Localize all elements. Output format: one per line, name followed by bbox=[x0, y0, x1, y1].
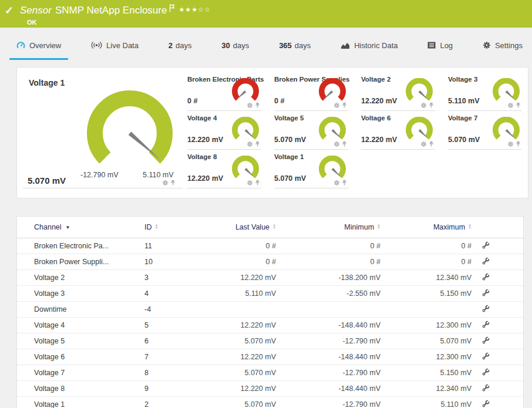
pin-icon[interactable] bbox=[255, 102, 260, 109]
cell-channel: Voltage 1 bbox=[17, 396, 144, 408]
pin-icon[interactable] bbox=[342, 180, 347, 186]
mini-gauge-cell: Broken Power Supplies0 # bbox=[274, 72, 348, 111]
table-row: Voltage 565.070 mV-12.790 mV5.070 mV bbox=[17, 333, 523, 349]
status-check-icon: ✓ bbox=[5, 5, 20, 16]
pin-icon[interactable] bbox=[255, 180, 260, 186]
tab-settings[interactable]: Settings bbox=[476, 28, 530, 63]
tab-30-days[interactable]: 30days bbox=[214, 28, 256, 63]
cell-last-value: 12.220 mV bbox=[201, 349, 276, 365]
gear-icon[interactable] bbox=[420, 141, 427, 147]
column-header-last[interactable]: Last Value▲▼ bbox=[201, 217, 276, 238]
channel-table-card: Channel▼ID▲▼Last Value▲▼Minimum▲▼Maximum… bbox=[16, 216, 524, 408]
mini-gauge-value: 12.220 mV bbox=[187, 174, 223, 183]
tab-365-days[interactable]: 365days bbox=[272, 28, 318, 63]
pin-icon[interactable] bbox=[342, 102, 347, 109]
channel-settings-wrench-icon[interactable] bbox=[482, 257, 490, 265]
table-row: Voltage 2312.220 mV-138.200 mV12.340 mV bbox=[17, 269, 523, 285]
cell-last-value bbox=[201, 301, 276, 317]
sensor-header: ✓ Sensor SNMP NetApp Enclosure ★★★☆☆ OK bbox=[0, 0, 532, 28]
flag-icon[interactable] bbox=[169, 4, 175, 15]
cell-channel: Voltage 7 bbox=[17, 365, 144, 380]
cell-minimum: -148.440 mV bbox=[276, 349, 381, 365]
mini-gauge-cell: Voltage 75.070 mV bbox=[448, 111, 522, 150]
column-label: Channel bbox=[34, 223, 62, 231]
cell-maximum bbox=[381, 301, 472, 317]
mini-gauge-actions bbox=[420, 141, 434, 147]
tab-2-days[interactable]: 2days bbox=[161, 28, 199, 63]
cell-maximum: 12.340 mV bbox=[381, 380, 472, 396]
channel-settings-wrench-icon[interactable] bbox=[482, 368, 490, 376]
gear-icon[interactable] bbox=[247, 102, 253, 109]
tab-range-number: 30 bbox=[221, 41, 230, 50]
prtg-sensor-page: ✓ Sensor SNMP NetApp Enclosure ★★★☆☆ OK … bbox=[0, 0, 532, 408]
channel-settings-wrench-icon[interactable] bbox=[482, 321, 490, 328]
cell-last-value: 5.070 mV bbox=[201, 396, 276, 408]
channel-settings-wrench-icon[interactable] bbox=[482, 273, 490, 281]
chart-icon bbox=[341, 42, 350, 49]
cell-channel: Voltage 6 bbox=[17, 349, 144, 365]
channel-settings-wrench-icon[interactable] bbox=[482, 400, 490, 407]
gauge-icon bbox=[16, 41, 25, 50]
column-header-channel[interactable]: Channel▼ bbox=[17, 217, 144, 238]
pin-icon[interactable] bbox=[516, 141, 521, 147]
mini-gauge-label: Voltage 1 bbox=[274, 153, 304, 160]
channel-settings-wrench-icon[interactable] bbox=[482, 384, 490, 392]
mini-gauge-cell: Voltage 15.070 mV bbox=[274, 150, 348, 188]
mini-gauge-cell: Voltage 412.220 mV bbox=[187, 111, 261, 150]
primary-gauge-max-label: 5.110 mV bbox=[143, 171, 174, 179]
mini-gauge-value: 12.220 mV bbox=[361, 136, 397, 144]
mini-gauge-actions bbox=[334, 141, 347, 147]
sort-icon: ▲▼ bbox=[272, 224, 276, 230]
pin-icon[interactable] bbox=[342, 141, 347, 147]
channel-settings-wrench-icon[interactable] bbox=[482, 305, 490, 312]
cell-last-value: 5.110 mV bbox=[201, 285, 276, 301]
tab-label: days bbox=[233, 41, 249, 50]
mini-gauge-grid: Broken Electronic Parts0 #Broken Power S… bbox=[187, 72, 522, 188]
gear-icon[interactable] bbox=[247, 141, 253, 147]
channel-settings-wrench-icon[interactable] bbox=[482, 352, 490, 360]
column-header-actions bbox=[472, 217, 523, 238]
tab-overview[interactable]: Overview bbox=[9, 28, 68, 63]
tab-historic-data[interactable]: Historic Data bbox=[334, 28, 405, 63]
tab-label: days bbox=[176, 41, 191, 50]
cell-last-value: 5.070 mV bbox=[201, 365, 276, 380]
pin-icon[interactable] bbox=[516, 102, 521, 109]
cell-channel: Voltage 2 bbox=[17, 269, 144, 285]
tab-log[interactable]: Log bbox=[420, 28, 460, 63]
table-row: Broken Electronic Pa...110 #0 #0 # bbox=[17, 238, 523, 254]
gear-icon[interactable] bbox=[334, 102, 340, 109]
cell-last-value: 0 # bbox=[201, 254, 276, 269]
cell-id: 3 bbox=[144, 269, 201, 285]
log-icon bbox=[427, 42, 436, 49]
tab-bar: OverviewLive Data2days30days365daysHisto… bbox=[0, 28, 532, 63]
table-row: Voltage 785.070 mV-12.790 mV5.150 mV bbox=[17, 365, 523, 380]
column-header-id[interactable]: ID▲▼ bbox=[144, 217, 201, 238]
gear-icon[interactable] bbox=[247, 180, 253, 186]
pin-icon[interactable] bbox=[429, 102, 434, 109]
pin-icon[interactable] bbox=[255, 141, 260, 147]
priority-stars[interactable]: ★★★☆☆ bbox=[179, 4, 210, 15]
channel-settings-wrench-icon[interactable] bbox=[482, 241, 490, 249]
sensor-kind-label: Sensor bbox=[20, 5, 52, 16]
mini-gauge-cell: Voltage 812.220 mV bbox=[187, 150, 261, 188]
pin-icon[interactable] bbox=[170, 180, 176, 186]
gear-icon[interactable] bbox=[334, 141, 340, 147]
gear-icon[interactable] bbox=[334, 180, 340, 186]
gear-icon[interactable] bbox=[507, 141, 514, 147]
channel-settings-wrench-icon[interactable] bbox=[482, 336, 490, 344]
table-row: Voltage 4512.220 mV-148.440 mV12.300 mV bbox=[17, 317, 523, 333]
gear-icon[interactable] bbox=[162, 180, 169, 186]
gear-icon[interactable] bbox=[420, 102, 427, 109]
column-header-max[interactable]: Maximum▲▼ bbox=[381, 217, 472, 238]
pin-icon[interactable] bbox=[429, 141, 434, 147]
channel-settings-wrench-icon[interactable] bbox=[482, 289, 490, 296]
tab-live-data[interactable]: Live Data bbox=[84, 28, 146, 63]
mini-gauge-label: Voltage 3 bbox=[448, 76, 477, 83]
tab-label: Log bbox=[440, 41, 453, 50]
column-header-min[interactable]: Minimum▲▼ bbox=[276, 217, 381, 238]
column-label: Last Value bbox=[235, 223, 270, 231]
mini-gauge-cell: Voltage 55.070 mV bbox=[274, 111, 348, 150]
cell-minimum: -138.200 mV bbox=[276, 269, 381, 285]
mini-gauge-label: Voltage 2 bbox=[361, 76, 390, 83]
gear-icon[interactable] bbox=[507, 102, 514, 109]
